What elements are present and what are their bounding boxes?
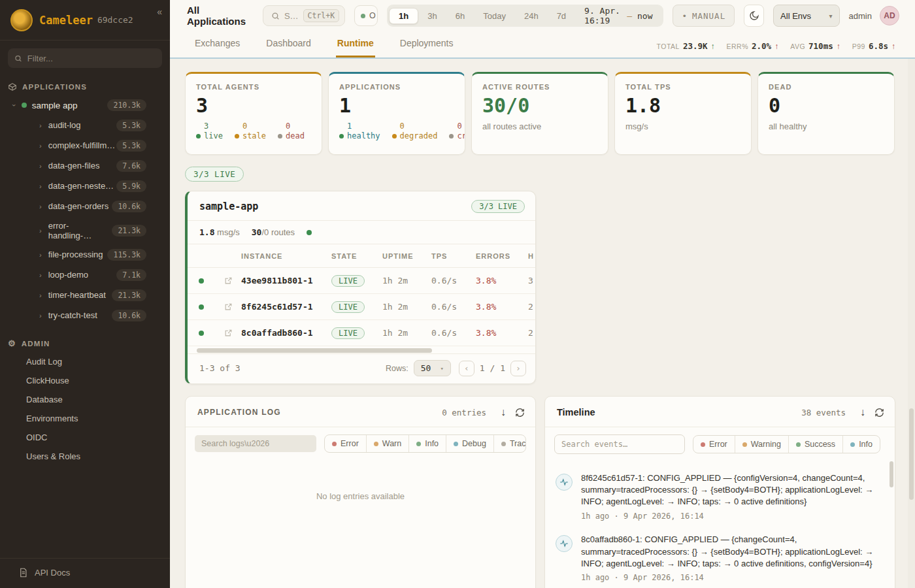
tab[interactable]: Deployments <box>399 33 455 57</box>
event-time: 1h ago · 9 Apr 2026, 16:14 <box>581 572 874 583</box>
api-docs-link[interactable]: API Docs <box>0 558 170 588</box>
sidebar-route-item[interactable]: › data-gen-files 7.6k <box>0 155 170 176</box>
sidebar-admin-item[interactable]: Environments <box>0 409 170 428</box>
sidebar-route-item[interactable]: › try-catch-test 10.6k <box>0 305 170 325</box>
tab[interactable]: Runtime <box>336 33 375 57</box>
download-icon[interactable]: ↓ <box>860 406 865 418</box>
sidebar-route-item[interactable]: › loop-demo 7.1k <box>0 265 170 285</box>
count-badge: 115.3k <box>107 249 146 261</box>
table-row[interactable]: 8f6245c61d57-1 LIVE 1h 2m 0.6/s 3.8% 2 <box>188 294 536 320</box>
avatar[interactable]: AD <box>880 6 899 25</box>
sidebar-collapse-icon[interactable]: « <box>157 7 162 17</box>
time-range-button[interactable]: 7d <box>548 8 575 24</box>
sample-app-panel: sample-app 3/3 LIVE 1.8 msg/s 30/0 route… <box>185 191 536 384</box>
level-dot <box>374 442 378 446</box>
rows-per-page-select[interactable]: 50 ▾ <box>414 360 451 376</box>
sidebar-route-item[interactable]: › error-handling-… 21.3k <box>0 216 170 244</box>
online-dot <box>361 14 365 18</box>
sidebar-route-item[interactable]: › file-processing 115.3k <box>0 244 170 265</box>
activity-icon <box>556 535 573 552</box>
log-filter-chip[interactable]: Error <box>325 435 367 452</box>
timeline-event[interactable]: 8f6245c61d57-1: CONFIG_APPLIED — {config… <box>554 466 888 528</box>
timeline-filter-chip[interactable]: Error <box>693 436 735 453</box>
tabbar: Exchanges Dashboard Runtime Deployments … <box>170 31 915 57</box>
admin-section-header: ⚙ ADMIN <box>0 333 170 352</box>
chevron-right-icon: › <box>39 312 42 319</box>
route-label: data-gen-orders <box>48 201 109 211</box>
tab[interactable]: Exchanges <box>193 33 241 57</box>
global-search[interactable]: S… Ctrl+K <box>263 5 345 26</box>
theme-toggle-button[interactable] <box>744 5 764 27</box>
sidebar-admin-item[interactable]: Audit Log <box>0 352 170 371</box>
count-badge: 10.6k <box>112 201 146 212</box>
chevron-down-icon: › <box>10 104 18 106</box>
time-range-button[interactable]: 3h <box>418 8 446 24</box>
timeline-event-list: 8f6245c61d57-1: CONFIG_APPLIED — {config… <box>545 461 895 588</box>
time-range-button[interactable]: 6h <box>446 8 474 24</box>
timeline-filter-chip[interactable]: Warning <box>735 436 789 453</box>
sidebar-admin-item[interactable]: ClickHouse <box>0 371 170 390</box>
timeline-filter-chip[interactable]: Info <box>843 436 880 453</box>
kpi-label: P99 <box>852 42 865 50</box>
table-row[interactable]: 43ee9811b801-1 LIVE 1h 2m 0.6/s 3.8% 3 <box>188 268 536 294</box>
online-status-chip[interactable]: O <box>354 5 378 26</box>
custom-range[interactable]: 9. Apr. 16:19 — now <box>575 6 661 25</box>
card-value: 0 <box>769 95 884 116</box>
log-search-input[interactable] <box>195 435 316 452</box>
timeline-event[interactable]: 8c0affadb860-1: CONFIG_APPLIED — {change… <box>554 528 888 588</box>
count-badge: 21.3k <box>112 289 146 301</box>
timeline-filter-chip[interactable]: Success <box>789 436 843 453</box>
chevron-right-icon: › <box>39 162 42 170</box>
next-page-button[interactable]: › <box>510 361 526 376</box>
level-dot <box>701 442 705 447</box>
timeline-search-input[interactable] <box>554 434 685 454</box>
chevron-right-icon: › <box>39 182 42 190</box>
sidebar-route-item[interactable]: › complex-fulfillm… 5.3k <box>0 135 170 155</box>
route-label: loop-demo <box>48 270 88 280</box>
gear-icon: ⚙ <box>8 338 16 348</box>
download-icon[interactable]: ↓ <box>501 406 506 418</box>
time-range-button[interactable]: Today <box>474 8 515 24</box>
timeline-scrollbar[interactable] <box>890 461 893 588</box>
external-link-icon[interactable] <box>215 329 241 337</box>
external-link-icon[interactable] <box>215 302 241 311</box>
route-label: error-handling-… <box>48 221 112 240</box>
time-range-button[interactable]: 1h <box>389 8 418 24</box>
sidebar-route-item[interactable]: › data-gen-neste… 5.9k <box>0 176 170 196</box>
log-filter-chip[interactable]: Info <box>409 435 446 452</box>
refresh-icon[interactable] <box>874 408 884 417</box>
refresh-icon[interactable] <box>515 408 525 417</box>
status-dot <box>199 331 204 336</box>
sidebar-route-item[interactable]: › audit-log 5.3k <box>0 115 170 135</box>
kpi: TOTAL 23.9K ↑ <box>657 41 715 51</box>
manual-refresh-button[interactable]: • MANUAL <box>673 5 735 27</box>
horizontal-scrollbar[interactable] <box>190 348 533 353</box>
sidebar-filter-input[interactable] <box>27 54 156 63</box>
log-filter-chip[interactable]: Debug <box>446 435 494 452</box>
time-range-button[interactable]: 24h <box>515 8 548 24</box>
tab[interactable]: Dashboard <box>265 33 312 57</box>
uptime: 1h 2m <box>382 276 431 286</box>
sidebar-item-sample-app[interactable]: › sample app 210.3k <box>0 95 170 115</box>
card-sub-metric: 0dead <box>278 122 305 141</box>
env-select[interactable]: All Envs ▾ <box>773 5 840 27</box>
prev-page-button[interactable]: ‹ <box>459 361 474 376</box>
table-row[interactable]: 8c0affadb860-1 LIVE 1h 2m 0.6/s 3.8% 2 <box>188 320 536 346</box>
sidebar-admin-item[interactable]: Users & Roles <box>0 447 170 466</box>
sidebar-route-item[interactable]: › data-gen-orders 10.6k <box>0 196 170 216</box>
sidebar-admin-item[interactable]: Database <box>0 390 170 409</box>
sidebar-route-item[interactable]: › timer-heartbeat 21.3k <box>0 285 170 305</box>
page-scrollbar[interactable] <box>908 59 915 588</box>
trend-arrow-icon: ↑ <box>774 42 778 51</box>
card-sub-metric: 3live <box>196 122 223 141</box>
route-label: timer-heartbeat <box>48 290 106 300</box>
range-separator: — <box>627 11 632 21</box>
log-filter-chip[interactable]: Warn <box>367 435 409 452</box>
sidebar-admin-item[interactable]: OIDC <box>0 428 170 447</box>
external-link-icon[interactable] <box>215 276 241 285</box>
kpi-value: 6.8s <box>869 41 888 51</box>
log-filter-chip[interactable]: Trace <box>494 435 526 452</box>
card-value: 1 <box>339 95 454 116</box>
manual-dot: • <box>682 11 688 21</box>
card-value: 3 <box>196 95 311 116</box>
